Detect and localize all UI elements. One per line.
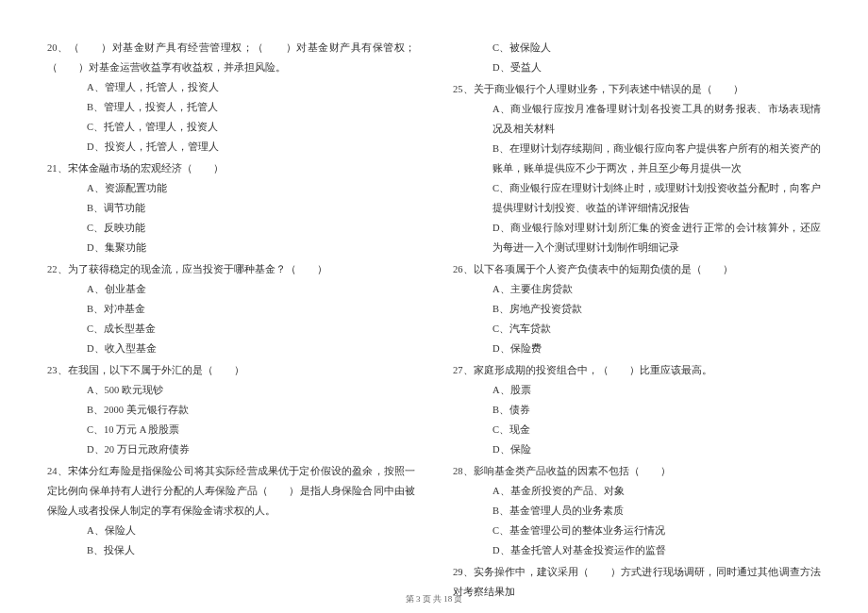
question-27-text: 27、家庭形成期的投资组合中，（ ）比重应该最高。 — [453, 360, 821, 380]
question-25-option-a: A、商业银行应按月准备理财计划各投资工具的财务报表、市场表现情况及相关材料 — [453, 99, 821, 139]
question-23-option-b: B、2000 美元银行存款 — [47, 400, 415, 420]
page-footer: 第 3 页 共 18 页 — [0, 593, 868, 605]
question-26-option-d: D、保险费 — [453, 339, 821, 358]
question-21-text: 21、宋体金融市场的宏观经济（ ） — [47, 158, 415, 178]
question-24-option-b: B、投保人 — [47, 540, 415, 560]
question-24-option-d: D、受益人 — [453, 58, 821, 77]
question-24-option-c: C、被保险人 — [453, 38, 821, 58]
question-26-option-c: C、汽车贷款 — [453, 319, 821, 339]
question-24-option-a: A、保险人 — [47, 521, 415, 540]
question-25: 25、关于商业银行个人理财业务，下列表述中错误的是（ ） A、商业银行应按月准备… — [453, 79, 821, 257]
question-23-option-c: C、10 万元 A 股股票 — [47, 420, 415, 439]
question-27-option-d: D、保险 — [453, 439, 821, 459]
question-24-text: 24、宋体分红寿险是指保险公司将其实际经营成果优于定价假设的盈余，按照一定比例向… — [47, 461, 415, 521]
question-20: 20、（ ）对基金财产具有经营管理权；（ ）对基金财产具有保管权；（ ）对基金运… — [47, 38, 415, 157]
question-20-option-a: A、管理人，托管人，投资人 — [47, 77, 415, 97]
question-22-option-b: B、对冲基金 — [47, 299, 415, 319]
question-25-text: 25、关于商业银行个人理财业务，下列表述中错误的是（ ） — [453, 79, 821, 99]
question-22: 22、为了获得稳定的现金流，应当投资于哪种基金？（ ） A、创业基金 B、对冲基… — [47, 259, 415, 358]
question-27-option-b: B、债券 — [453, 400, 821, 420]
question-28: 28、影响基金类产品收益的因素不包括（ ） A、基金所投资的产品、对象 B、基金… — [453, 461, 821, 560]
question-23: 23、在我国，以下不属于外汇的是（ ） A、500 欧元现钞 B、2000 美元… — [47, 360, 415, 459]
question-20-option-d: D、投资人，托管人，管理人 — [47, 137, 415, 157]
question-24: 24、宋体分红寿险是指保险公司将其实际经营成果优于定价假设的盈余，按照一定比例向… — [47, 461, 415, 560]
question-21-option-c: C、反映功能 — [47, 218, 415, 238]
question-27-option-c: C、现金 — [453, 420, 821, 439]
question-24-continued: C、被保险人 D、受益人 — [453, 38, 821, 77]
two-column-layout: 20、（ ）对基金财产具有经营管理权；（ ）对基金财产具有保管权；（ ）对基金运… — [47, 38, 821, 604]
question-25-option-b: B、在理财计划存续期间，商业银行应向客户提供客户所有的相关资产的账单，账单提供应… — [453, 139, 821, 178]
question-21: 21、宋体金融市场的宏观经济（ ） A、资源配置功能 B、调节功能 C、反映功能… — [47, 158, 415, 257]
question-21-option-b: B、调节功能 — [47, 198, 415, 218]
question-25-option-c: C、商业银行应在理财计划终止时，或理财计划投资收益分配时，向客户提供理财计划投资… — [453, 178, 821, 218]
left-column: 20、（ ）对基金财产具有经营管理权；（ ）对基金财产具有保管权；（ ）对基金运… — [47, 38, 415, 604]
question-28-option-b: B、基金管理人员的业务素质 — [453, 501, 821, 521]
question-26-option-b: B、房地产投资贷款 — [453, 299, 821, 319]
question-23-option-d: D、20 万日元政府债券 — [47, 439, 415, 459]
question-22-option-a: A、创业基金 — [47, 279, 415, 299]
question-20-option-b: B、管理人，投资人，托管人 — [47, 97, 415, 117]
question-28-text: 28、影响基金类产品收益的因素不包括（ ） — [453, 461, 821, 481]
question-23-text: 23、在我国，以下不属于外汇的是（ ） — [47, 360, 415, 380]
question-22-option-c: C、成长型基金 — [47, 319, 415, 339]
question-26-option-a: A、主要住房贷款 — [453, 279, 821, 299]
question-23-option-a: A、500 欧元现钞 — [47, 380, 415, 400]
right-column: C、被保险人 D、受益人 25、关于商业银行个人理财业务，下列表述中错误的是（ … — [453, 38, 821, 604]
question-28-option-c: C、基金管理公司的整体业务运行情况 — [453, 521, 821, 540]
question-21-option-a: A、资源配置功能 — [47, 178, 415, 198]
question-20-option-c: C、托管人，管理人，投资人 — [47, 117, 415, 137]
question-20-text: 20、（ ）对基金财产具有经营管理权；（ ）对基金财产具有保管权；（ ）对基金运… — [47, 38, 415, 77]
question-22-text: 22、为了获得稳定的现金流，应当投资于哪种基金？（ ） — [47, 259, 415, 279]
question-26-text: 26、以下各项属于个人资产负债表中的短期负债的是（ ） — [453, 259, 821, 279]
question-22-option-d: D、收入型基金 — [47, 339, 415, 358]
question-27: 27、家庭形成期的投资组合中，（ ）比重应该最高。 A、股票 B、债券 C、现金… — [453, 360, 821, 459]
question-26: 26、以下各项属于个人资产负债表中的短期负债的是（ ） A、主要住房贷款 B、房… — [453, 259, 821, 358]
question-21-option-d: D、集聚功能 — [47, 238, 415, 257]
question-28-option-a: A、基金所投资的产品、对象 — [453, 481, 821, 501]
question-28-option-d: D、基金托管人对基金投资运作的监督 — [453, 540, 821, 560]
question-27-option-a: A、股票 — [453, 380, 821, 400]
question-25-option-d: D、商业银行除对理财计划所汇集的资金进行正常的会计核算外，还应为每进一入个测试理… — [453, 218, 821, 257]
